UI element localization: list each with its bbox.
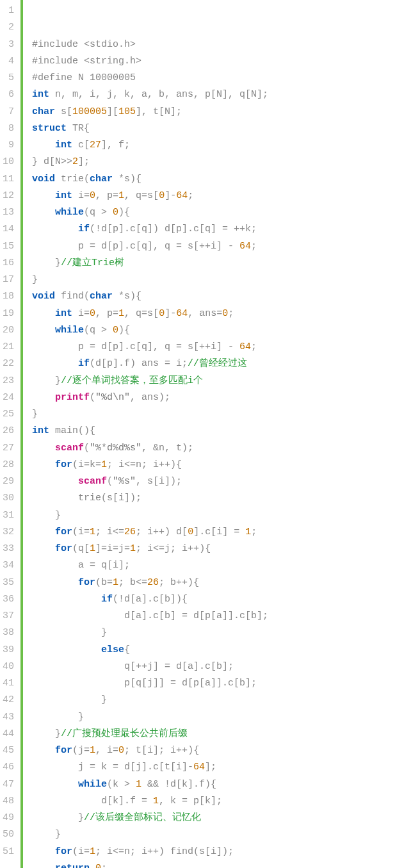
token-plain	[90, 863, 95, 868]
token-plain: ; i<=n; i++) find(s[i]);	[95, 846, 234, 857]
token-num: 100005	[72, 106, 107, 117]
line-number: 12	[3, 188, 15, 204]
code-line: }//广搜预处理最长公共前后缀	[32, 726, 395, 742]
token-plain: c[	[72, 140, 90, 151]
line-number: 7	[3, 104, 15, 120]
token-plain: main(){	[49, 425, 95, 436]
line-number: 18	[3, 288, 15, 305]
line-number: 34	[3, 557, 15, 574]
token-type: char	[90, 174, 113, 184]
token-plain: ;	[188, 190, 193, 201]
token-plain: ]=i=j=	[95, 543, 130, 554]
line-number: 28	[3, 457, 15, 473]
code-line: for(i=1; i<=26; i++) d[0].c[i] = 1;	[32, 524, 395, 541]
token-num: 64	[176, 190, 188, 201]
code-line: else{	[32, 642, 395, 659]
line-number: 16	[3, 255, 15, 272]
line-number: 32	[3, 524, 15, 541]
token-plain	[32, 308, 55, 319]
line-number: 39	[3, 642, 15, 659]
token-plain: ; b<=	[118, 577, 147, 588]
token-kw: while	[78, 779, 107, 790]
token-plain	[32, 459, 55, 470]
token-plain: , s[i]);	[136, 476, 182, 487]
code-line: struct TR{	[32, 120, 395, 137]
token-plain: q[++j] = d[a].c[b];	[32, 661, 234, 672]
token-plain: (k >	[107, 779, 136, 790]
token-plain	[32, 543, 55, 554]
token-plain: ; i<=n; i++){	[107, 459, 182, 470]
code-line: for(b=1; b<=26; b++){	[32, 575, 395, 591]
token-kw: if	[78, 224, 90, 234]
token-plain: (q[	[72, 543, 90, 554]
token-num: 0	[113, 325, 118, 336]
line-number: 3	[3, 37, 15, 53]
code-line: p = d[p].c[q], q = s[++i] - 64;	[32, 238, 395, 255]
code-line: int i=0, p=1, q=s[0]-64;	[32, 188, 395, 204]
code-content: #include <stdio.h>#include <string.h>#de…	[23, 0, 395, 868]
code-line: }//逐个单词找答案，至多匹配i个	[32, 373, 395, 389]
code-line: while(q > 0){	[32, 322, 395, 339]
line-number: 5	[3, 70, 15, 86]
code-line: void trie(char *s){	[32, 171, 395, 188]
line-number: 38	[3, 625, 15, 641]
code-line: for(i=1; i<=n; i++) find(s[i]);	[32, 844, 395, 860]
token-kw: while	[55, 207, 84, 218]
line-number: 25	[3, 406, 15, 423]
token-kw: for	[55, 846, 72, 857]
line-number: 37	[3, 608, 15, 625]
token-plain	[32, 443, 55, 454]
token-kw: if	[78, 358, 90, 369]
token-num: 1	[136, 779, 141, 790]
token-plain: , k = p[k];	[159, 796, 222, 807]
line-number: 8	[3, 120, 15, 137]
line-number: 40	[3, 659, 15, 675]
code-line: }	[32, 406, 395, 423]
line-number: 14	[3, 221, 15, 238]
token-num: 1	[118, 308, 124, 319]
token-plain: i=	[72, 308, 90, 319]
line-number: 30	[3, 490, 15, 507]
code-line: return 0;	[32, 860, 395, 868]
line-number: 17	[3, 272, 15, 288]
token-fn: printf	[55, 392, 90, 403]
line-number: 36	[3, 591, 15, 608]
token-plain: }	[32, 712, 84, 723]
code-line: }//该后缀全部标记、记忆化	[32, 810, 395, 826]
token-plain: n, m, i, j, k, a, b, ans, p[N], q[N];	[49, 89, 268, 100]
token-plain: }	[32, 258, 61, 268]
line-number: 13	[3, 204, 15, 221]
token-num: 64	[193, 762, 205, 773]
line-number: 22	[3, 356, 15, 372]
token-plain: ;	[251, 241, 257, 252]
token-pp: #define N 10000005	[32, 72, 136, 83]
token-plain: ]-	[165, 190, 176, 201]
code-line: } d[N>>2];	[32, 154, 395, 170]
token-type: int	[32, 89, 49, 100]
token-plain: , &n, t);	[141, 443, 193, 454]
token-num: 64	[239, 241, 251, 252]
line-number: 27	[3, 440, 15, 457]
code-line: for(q[1]=i=j=1; i<=j; i++){	[32, 541, 395, 557]
token-plain	[32, 527, 55, 537]
token-num: 1	[101, 459, 107, 470]
token-num: 1	[245, 527, 251, 537]
token-plain: , i=	[95, 745, 118, 756]
token-type: int	[55, 308, 72, 319]
code-line: d[a].c[b] = d[p[a]].c[b];	[32, 608, 395, 625]
token-num: 0	[222, 308, 228, 319]
token-plain: {	[124, 644, 130, 655]
token-plain	[32, 325, 55, 336]
token-num: 26	[124, 527, 136, 537]
token-type: int	[55, 140, 72, 151]
line-number: 23	[3, 373, 15, 389]
token-plain: (i=	[72, 846, 90, 857]
token-plain: ; i++) d[	[136, 527, 188, 537]
code-line: }	[32, 709, 395, 726]
code-line: int n, m, i, j, k, a, b, ans, p[N], q[N]…	[32, 86, 395, 103]
code-line: #include <string.h>	[32, 53, 395, 70]
code-line: if(d[p].f) ans = i;//曾经经过这	[32, 356, 395, 372]
line-number: 26	[3, 423, 15, 439]
token-plain	[32, 207, 55, 218]
token-plain	[32, 846, 55, 857]
